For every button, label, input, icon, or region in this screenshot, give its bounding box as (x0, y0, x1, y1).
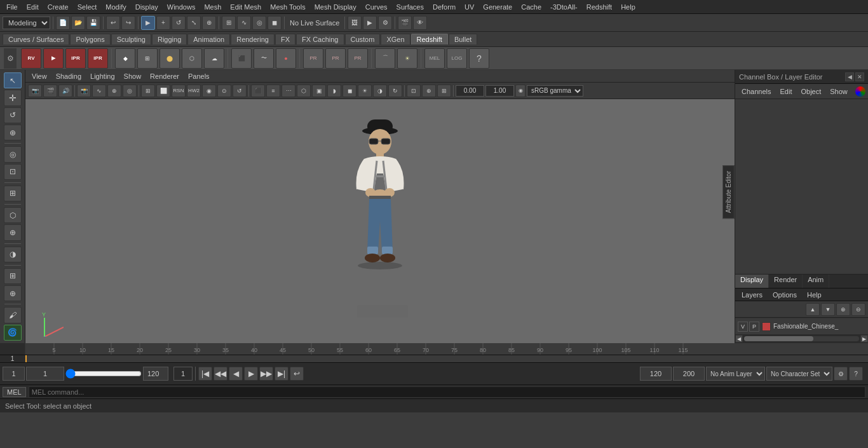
vp-shadow-btn[interactable]: ◑ (373, 85, 387, 97)
ch-tab-channels[interactable]: Channels (738, 86, 775, 97)
layer-tab-display[interactable]: Display (735, 275, 769, 288)
vp-gamma-icon[interactable]: ◉ (515, 85, 526, 97)
menu-curves[interactable]: Curves (362, 2, 391, 12)
shelf-icon-ipr[interactable]: IPR (65, 48, 86, 69)
shelf-icon-diamond[interactable]: ◆ (115, 48, 135, 69)
shelf-tab-polygons[interactable]: Polygons (70, 34, 110, 44)
viewport-3d[interactable]: X Y Z persp (25, 99, 735, 343)
menu-generate[interactable]: Generate (479, 2, 516, 12)
playblast-btn[interactable]: 🎬 (398, 16, 412, 30)
frame-slider[interactable] (65, 369, 142, 379)
vp-arrow-btn[interactable]: ⬛ (251, 85, 265, 97)
snap-surface-btn[interactable]: ◼ (268, 16, 281, 30)
shelf-tab-curves-surfaces[interactable]: Curves / Surfaces (3, 34, 69, 44)
shelf-settings-btn[interactable]: ⚙ (4, 48, 17, 69)
max-frame-input[interactable] (673, 367, 705, 381)
shelf-icon-script1[interactable]: MEL (424, 48, 445, 69)
menu-help[interactable]: Help (617, 2, 639, 12)
shelf-tab-bullet[interactable]: Bullet (449, 34, 478, 44)
rotate-btn[interactable]: ↺ (172, 16, 186, 30)
shelf-icon-rs2[interactable]: PR (325, 48, 346, 69)
pb-play-back-btn[interactable]: ◀ (229, 367, 243, 381)
no-anim-layer-select[interactable]: No Anim Layer (706, 367, 765, 381)
sets-btn[interactable]: ⊞ (4, 268, 22, 284)
menu-redshift[interactable]: Redshift (583, 2, 616, 12)
right-panel-scrollbar[interactable]: ◀ ▶ (735, 334, 868, 343)
vp-rsn-btn[interactable]: RSN (172, 85, 186, 97)
vp-menu-shading[interactable]: Shading (52, 72, 85, 81)
rotate-tool-btn[interactable]: ↺ (4, 107, 22, 123)
pb-frame-counter[interactable]: 1 (173, 367, 193, 381)
layer-menu-options[interactable]: Options (769, 290, 801, 300)
vp-manip-btn[interactable]: ⊞ (437, 85, 451, 97)
select-tool-btn[interactable]: ↖ (4, 72, 22, 88)
cb-close-btn[interactable]: ✕ (855, 72, 864, 81)
frame-current-input[interactable] (26, 367, 64, 381)
layer-color-swatch[interactable] (762, 322, 771, 331)
scroll-right-btn[interactable]: ▶ (860, 335, 868, 343)
shelf-icon-rv[interactable]: RV (21, 48, 41, 69)
vp-wire-btn[interactable]: ▣ (312, 85, 326, 97)
vp-film-gate-btn[interactable]: ⬜ (156, 85, 170, 97)
vp-dots-btn[interactable]: ⋯ (281, 85, 295, 97)
scroll-track[interactable] (744, 336, 859, 341)
vp-coord-y[interactable] (485, 85, 514, 97)
shelf-icon-bowl[interactable]: ⌒ (375, 48, 395, 69)
vp-hw2-btn[interactable]: HW2 (187, 85, 201, 97)
shelf-icon-iprlog[interactable]: IPR (88, 48, 108, 69)
scale-btn[interactable]: ⤡ (187, 16, 201, 30)
shelf-icon-render[interactable]: ▶ (43, 48, 64, 69)
ch-tab-edit[interactable]: Edit (776, 86, 796, 97)
pb-skip-end-btn[interactable]: ▶| (275, 367, 288, 381)
vp-circle-btn[interactable]: ◉ (202, 85, 216, 97)
new-file-btn[interactable]: 📄 (56, 16, 70, 30)
menu-edit-mesh[interactable]: Edit Mesh (226, 2, 265, 12)
vp-snap-curve-btn[interactable]: ∿ (92, 85, 106, 97)
menu-file[interactable]: File (3, 2, 22, 12)
shelf-icon-help[interactable]: ? (469, 48, 489, 69)
move-btn[interactable]: + (156, 16, 170, 30)
vp-menu-panels[interactable]: Panels (184, 72, 214, 81)
shelf-tab-custom[interactable]: Custom (345, 34, 381, 44)
layer-remove-btn[interactable]: ⊖ (851, 303, 865, 316)
sculpt-btn[interactable]: 🌀 (4, 325, 22, 341)
vp-cam-btn[interactable]: ⊕ (422, 85, 436, 97)
quick-select-btn[interactable]: ⊕ (4, 285, 22, 301)
vp-menu-view[interactable]: View (28, 72, 51, 81)
transform-btn[interactable]: ⊕ (202, 16, 216, 30)
no-char-set-select[interactable]: No Character Set (766, 367, 832, 381)
vp-tex-btn[interactable]: ◼ (342, 85, 356, 97)
render-view-btn[interactable]: 🖼 (348, 16, 362, 30)
shelf-tab-rigging[interactable]: Rigging (152, 34, 187, 44)
xray-btn[interactable]: ◑ (4, 247, 22, 262)
scroll-thumb[interactable] (744, 336, 813, 341)
snap-point-btn[interactable]: ◎ (252, 16, 266, 30)
shelf-icon-shapes[interactable]: ⬡ (182, 48, 202, 69)
menu-3dto[interactable]: -3DtoAll- (546, 2, 581, 12)
vp-camera-btn[interactable]: 📷 (28, 85, 42, 97)
layer-sort-asc-btn[interactable]: ▲ (806, 303, 820, 316)
vp-lines-btn[interactable]: ≡ (266, 85, 280, 97)
timeline-track[interactable] (25, 355, 868, 362)
render-settings-btn[interactable]: ⚙ (378, 16, 392, 30)
scale-tool-btn[interactable]: ⊕ (4, 125, 22, 140)
menu-deform[interactable]: Deform (429, 2, 459, 12)
vp-menu-renderer[interactable]: Renderer (146, 72, 183, 81)
menu-display[interactable]: Display (132, 2, 162, 12)
ch-tab-show[interactable]: Show (826, 86, 851, 97)
pb-step-back-btn[interactable]: ◀◀ (214, 367, 227, 381)
shelf-icon-rs1[interactable]: PR (303, 48, 323, 69)
layer-menu-help[interactable]: Help (803, 290, 825, 300)
vp-refresh-btn[interactable]: ↺ (233, 85, 247, 97)
command-input[interactable] (29, 386, 865, 398)
menu-mesh-display[interactable]: Mesh Display (311, 2, 360, 12)
pb-help-btn[interactable]: ? (849, 367, 863, 381)
shelf-icon-cloud[interactable]: ☁ (204, 48, 224, 69)
shelf-icon-grid[interactable]: ⊞ (137, 48, 158, 69)
pb-play-fwd-btn[interactable]: ▶ (244, 367, 258, 381)
vp-coord-x[interactable] (456, 85, 484, 97)
vp-smooth-btn[interactable]: ◗ (327, 85, 341, 97)
snap-settings-btn[interactable]: ⊞ (4, 186, 22, 201)
save-file-btn[interactable]: 💾 (86, 16, 100, 30)
pb-char-settings-btn[interactable]: ⚙ (834, 367, 848, 381)
